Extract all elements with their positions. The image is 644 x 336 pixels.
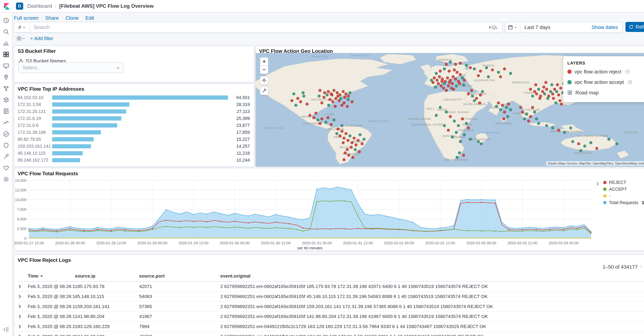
refresh-button[interactable]: Refresh bbox=[626, 22, 644, 32]
legend-collapse-icon[interactable] bbox=[595, 181, 601, 187]
ip-bar[interactable] bbox=[52, 151, 83, 156]
expand-row-icon[interactable] bbox=[18, 332, 28, 336]
column-header-source.ip[interactable]: source.ip bbox=[75, 272, 139, 282]
clone-link[interactable]: Clone bbox=[66, 15, 78, 21]
apm-icon[interactable] bbox=[3, 120, 9, 126]
machine-learning-icon[interactable] bbox=[3, 86, 9, 92]
map-dot-reject bbox=[551, 92, 554, 95]
map-dot-reject bbox=[449, 115, 452, 118]
layer-item-reject[interactable]: vpc flow action reject bbox=[567, 66, 644, 77]
expand-row-icon[interactable] bbox=[18, 312, 28, 322]
fit-bounds-icon[interactable] bbox=[260, 76, 268, 84]
show-dates-link[interactable]: Show dates bbox=[592, 24, 622, 30]
map-dot-reject bbox=[538, 97, 541, 100]
maps-icon[interactable] bbox=[3, 74, 9, 80]
add-filter-link[interactable]: + Add filter bbox=[30, 36, 53, 41]
kql-label[interactable]: KQL bbox=[484, 24, 502, 30]
edit-link[interactable]: Edit bbox=[86, 15, 94, 21]
expand-row-icon[interactable] bbox=[18, 322, 28, 332]
map-label-country: EGYPT bbox=[452, 98, 463, 101]
map-dot-accept bbox=[435, 114, 438, 117]
legend-item[interactable]: ACCEPT253 bbox=[603, 187, 644, 192]
ip-bar[interactable] bbox=[52, 109, 126, 114]
ip-bar[interactable] bbox=[52, 137, 94, 142]
map-dot-reject bbox=[559, 87, 562, 90]
filter-options-gear-icon[interactable] bbox=[15, 34, 26, 42]
kibana-logo[interactable] bbox=[0, 0, 14, 12]
logs-icon[interactable] bbox=[3, 108, 9, 114]
log-row: Feb 3, 2020 @ 08:25:25.000194.26.29.1304… bbox=[18, 332, 644, 336]
map-dot-reject bbox=[356, 139, 360, 142]
legend-item[interactable]: REJECT863 bbox=[603, 180, 644, 185]
full-screen-link[interactable]: Full screen bbox=[14, 15, 39, 21]
s3-bucket-select[interactable]: Select... bbox=[18, 62, 124, 73]
uptime-icon[interactable] bbox=[3, 131, 9, 137]
expand-row-icon[interactable] bbox=[18, 282, 28, 292]
management-icon[interactable] bbox=[3, 176, 9, 182]
ip-bar[interactable] bbox=[52, 144, 91, 148]
search-input[interactable] bbox=[30, 24, 484, 30]
ip-bar[interactable] bbox=[52, 96, 228, 100]
ip-bar[interactable] bbox=[52, 158, 80, 162]
map-dot-accept bbox=[473, 99, 476, 102]
kibana-logo-icon bbox=[3, 2, 10, 10]
log-cell: Feb 3, 2020 @ 08:26:14.000 bbox=[28, 302, 75, 312]
siem-icon[interactable] bbox=[3, 142, 9, 148]
map-dot-accept bbox=[451, 136, 454, 138]
log-row: Feb 3, 2020 @ 08:26:14.000159.203.161.14… bbox=[18, 302, 644, 312]
legend-item[interactable]: Total Requests1,226 bbox=[603, 200, 644, 205]
metrics-icon[interactable] bbox=[3, 97, 9, 103]
column-header-event.original[interactable]: event.original bbox=[220, 272, 644, 282]
recent-icon[interactable] bbox=[3, 17, 9, 24]
legend-item[interactable]: -110 bbox=[603, 194, 644, 198]
zoom-in-icon[interactable]: + bbox=[260, 57, 268, 66]
previous-page-icon[interactable] bbox=[638, 263, 644, 270]
ip-value: 10,244 bbox=[228, 158, 250, 163]
collapse-layers-icon[interactable] bbox=[643, 60, 644, 66]
legend-label: - bbox=[609, 194, 644, 198]
map-dot-accept bbox=[509, 108, 512, 111]
breadcrumb-dashboard[interactable]: Dashboard bbox=[27, 3, 52, 9]
column-header-Time[interactable]: Time bbox=[28, 272, 75, 282]
map-dot-accept bbox=[327, 104, 330, 107]
world-map[interactable]: Hudson BayLabrador SeaPacific OceanAtlan… bbox=[256, 53, 644, 166]
map-dot-reject bbox=[344, 132, 348, 135]
share-link[interactable]: Share bbox=[45, 15, 59, 21]
monitoring-icon[interactable] bbox=[3, 165, 9, 171]
log-cell: 2 627959692251 eni-0449221fb5c2c1729 183… bbox=[220, 322, 644, 332]
layer-item-roadmap[interactable]: Road map bbox=[567, 88, 644, 98]
ip-label: 80.82.78.85 bbox=[18, 137, 52, 142]
chevron-down-icon bbox=[116, 66, 120, 70]
query-bar: # KQL bbox=[14, 22, 502, 33]
zoom-out-icon[interactable]: − bbox=[260, 66, 268, 74]
ip-bar[interactable] bbox=[52, 102, 129, 107]
time-range-label[interactable]: Last 7 days bbox=[520, 24, 550, 30]
chevron-down-icon bbox=[514, 26, 517, 29]
map-dot-accept bbox=[608, 138, 610, 141]
saved-query-menu-button[interactable]: # bbox=[14, 22, 30, 32]
expand-row-icon[interactable] bbox=[18, 302, 28, 312]
map-dot-accept bbox=[294, 104, 297, 107]
layer-item-accept[interactable]: vpc flow action accept bbox=[567, 77, 644, 88]
visualize-icon[interactable] bbox=[3, 40, 9, 46]
dashboard-icon[interactable] bbox=[3, 51, 9, 58]
map-dot-accept bbox=[348, 134, 352, 137]
canvas-icon[interactable] bbox=[3, 63, 9, 69]
ip-bar[interactable] bbox=[52, 123, 117, 128]
map-dot-reject bbox=[445, 89, 448, 92]
discover-icon[interactable] bbox=[3, 28, 9, 35]
ip-bar[interactable] bbox=[52, 130, 101, 134]
map-dot-accept bbox=[443, 67, 446, 70]
map-dot-reject bbox=[336, 128, 340, 130]
collapse-nav-icon[interactable] bbox=[3, 326, 9, 333]
map-dot-accept bbox=[469, 138, 472, 141]
ip-bar[interactable] bbox=[52, 116, 122, 120]
dev-tools-icon[interactable] bbox=[3, 154, 9, 160]
column-header-source.port[interactable]: source.port bbox=[139, 272, 220, 282]
map-label-country: MALI bbox=[426, 107, 434, 110]
calendar-icon[interactable] bbox=[505, 22, 520, 32]
map-tools-icon[interactable] bbox=[260, 86, 268, 95]
space-badge[interactable]: D bbox=[16, 2, 23, 10]
expand-row-icon[interactable] bbox=[18, 292, 28, 302]
map-dot-accept bbox=[487, 75, 490, 78]
